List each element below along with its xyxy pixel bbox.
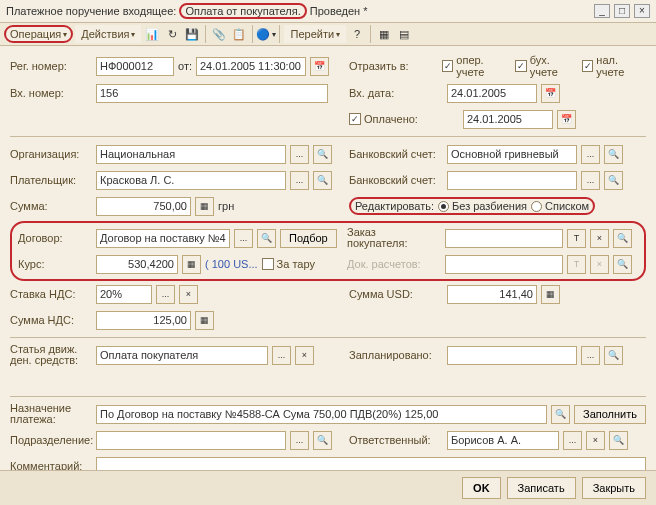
in-date-field[interactable] bbox=[447, 84, 537, 103]
contract-search-icon[interactable]: 🔍 bbox=[257, 229, 276, 248]
go-menu[interactable]: Перейти bbox=[284, 25, 346, 43]
sum-usd-field[interactable] bbox=[447, 285, 537, 304]
dept-select-button[interactable]: ... bbox=[290, 431, 309, 450]
check-buh[interactable]: ✓бух. учете bbox=[515, 54, 578, 78]
close-button[interactable]: × bbox=[634, 4, 650, 18]
radio-without[interactable]: Без разбиения bbox=[438, 200, 527, 212]
contract-select-button[interactable]: ... bbox=[234, 229, 253, 248]
actions-menu[interactable]: Действия bbox=[75, 25, 141, 43]
calc-icon[interactable]: ▦ bbox=[195, 197, 214, 216]
select-button[interactable]: Подбор bbox=[280, 229, 337, 248]
list2-icon[interactable]: ▤ bbox=[395, 25, 413, 43]
title-status: Проведен * bbox=[310, 5, 368, 17]
docr-field bbox=[445, 255, 563, 274]
vat-rate-select-button[interactable]: ... bbox=[156, 285, 175, 304]
payer-search-icon[interactable]: 🔍 bbox=[313, 171, 332, 190]
contract-group-highlight: Договор: ... 🔍 Подбор Заказпокупателя: T… bbox=[10, 221, 646, 281]
dept-field[interactable] bbox=[96, 431, 286, 450]
bank1-search-icon[interactable]: 🔍 bbox=[604, 145, 623, 164]
docr-t-button: T bbox=[567, 255, 586, 274]
rate-calc-icon[interactable]: ▦ bbox=[182, 255, 201, 274]
operation-menu[interactable]: Операция bbox=[4, 25, 73, 43]
sum-usd-calc-icon[interactable]: ▦ bbox=[541, 285, 560, 304]
resp-search-icon[interactable]: 🔍 bbox=[609, 431, 628, 450]
order-t-button[interactable]: T bbox=[567, 229, 586, 248]
article-field[interactable] bbox=[96, 346, 268, 365]
in-no-field[interactable] bbox=[96, 84, 328, 103]
currency-label: грн bbox=[218, 200, 234, 212]
purpose-field[interactable] bbox=[96, 405, 547, 424]
minimize-button[interactable]: _ bbox=[594, 4, 610, 18]
fill-button[interactable]: Заполнить bbox=[574, 405, 646, 424]
vat-sum-field[interactable] bbox=[96, 311, 191, 330]
check-paid[interactable]: ✓Оплачено: bbox=[349, 113, 418, 125]
resp-field[interactable] bbox=[447, 431, 559, 450]
bank2-field[interactable] bbox=[447, 171, 577, 190]
calendar-icon-2[interactable]: 📅 bbox=[541, 84, 560, 103]
label-sum-usd: Сумма USD: bbox=[349, 288, 443, 300]
vat-sum-calc-icon[interactable]: ▦ bbox=[195, 311, 214, 330]
org-field[interactable] bbox=[96, 145, 286, 164]
mode-icon[interactable]: 🔵 bbox=[257, 25, 275, 43]
label-edit: Редактировать: bbox=[355, 200, 434, 212]
rate-field[interactable] bbox=[96, 255, 178, 274]
reg-no-field[interactable] bbox=[96, 57, 174, 76]
reg-date-field[interactable] bbox=[196, 57, 306, 76]
sort-icon[interactable]: 📊 bbox=[143, 25, 161, 43]
help-icon[interactable]: ? bbox=[348, 25, 366, 43]
article-select-button[interactable]: ... bbox=[272, 346, 291, 365]
label-from: от: bbox=[178, 60, 192, 72]
paid-date-field[interactable] bbox=[463, 110, 553, 129]
planned-select-button[interactable]: ... bbox=[581, 346, 600, 365]
vat-rate-clear-button[interactable]: × bbox=[179, 285, 198, 304]
planned-field[interactable] bbox=[447, 346, 577, 365]
label-order: Заказпокупателя: bbox=[347, 227, 441, 249]
bank2-search-icon[interactable]: 🔍 bbox=[604, 171, 623, 190]
label-reg-no: Рег. номер: bbox=[10, 60, 92, 72]
resp-select-button[interactable]: ... bbox=[563, 431, 582, 450]
check-tare[interactable]: За тару bbox=[262, 258, 315, 270]
tag1-icon[interactable]: 📎 bbox=[210, 25, 228, 43]
order-field[interactable] bbox=[445, 229, 563, 248]
payer-select-button[interactable]: ... bbox=[290, 171, 309, 190]
order-search-icon[interactable]: 🔍 bbox=[613, 229, 632, 248]
bank1-field[interactable] bbox=[447, 145, 577, 164]
payer-field[interactable] bbox=[96, 171, 286, 190]
check-oper[interactable]: ✓опер. учете bbox=[442, 54, 511, 78]
form-body: Рег. номер: от: 📅 Отразить в: ✓опер. уче… bbox=[0, 46, 656, 489]
calendar-icon-3[interactable]: 📅 bbox=[557, 110, 576, 129]
maximize-button[interactable]: □ bbox=[614, 4, 630, 18]
check-nal[interactable]: ✓нал. учете bbox=[582, 54, 646, 78]
purpose-search-icon[interactable]: 🔍 bbox=[551, 405, 570, 424]
label-reflect: Отразить в: bbox=[349, 60, 438, 72]
label-in-no: Вх. номер: bbox=[10, 87, 92, 99]
label-contract: Договор: bbox=[18, 232, 92, 244]
save-button[interactable]: Записать bbox=[507, 477, 576, 499]
radio-list[interactable]: Списком bbox=[531, 200, 589, 212]
planned-search-icon[interactable]: 🔍 bbox=[604, 346, 623, 365]
bank2-select-button[interactable]: ... bbox=[581, 171, 600, 190]
list1-icon[interactable]: ▦ bbox=[375, 25, 393, 43]
label-dept: Подразделение: bbox=[10, 434, 92, 446]
refresh-icon[interactable]: ↻ bbox=[163, 25, 181, 43]
toolbar: Операция Действия 📊 ↻ 💾 📎 📋 🔵 Перейти ? … bbox=[0, 23, 656, 46]
order-clear-button[interactable]: × bbox=[590, 229, 609, 248]
tag2-icon[interactable]: 📋 bbox=[230, 25, 248, 43]
label-in-date: Вх. дата: bbox=[349, 87, 443, 99]
resp-clear-button[interactable]: × bbox=[586, 431, 605, 450]
article-clear-button[interactable]: × bbox=[295, 346, 314, 365]
dept-search-icon[interactable]: 🔍 bbox=[313, 431, 332, 450]
contract-field[interactable] bbox=[96, 229, 230, 248]
vat-rate-field[interactable] bbox=[96, 285, 152, 304]
org-select-button[interactable]: ... bbox=[290, 145, 309, 164]
org-search-icon[interactable]: 🔍 bbox=[313, 145, 332, 164]
ok-button[interactable]: OK bbox=[462, 477, 501, 499]
rate-hint-link[interactable]: ( 100 US... bbox=[205, 258, 258, 270]
bank1-select-button[interactable]: ... bbox=[581, 145, 600, 164]
calendar-icon[interactable]: 📅 bbox=[310, 57, 329, 76]
close-form-button[interactable]: Закрыть bbox=[582, 477, 646, 499]
docr-search-icon: 🔍 bbox=[613, 255, 632, 274]
sum-field[interactable] bbox=[96, 197, 191, 216]
save-icon[interactable]: 💾 bbox=[183, 25, 201, 43]
label-sum: Сумма: bbox=[10, 200, 92, 212]
